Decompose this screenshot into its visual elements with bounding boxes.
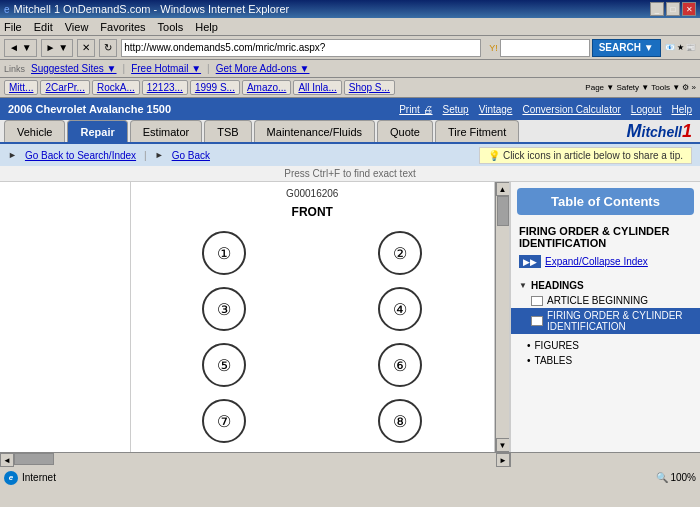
toc-figures-item[interactable]: • FIGURES: [511, 338, 700, 353]
help-link[interactable]: Help: [671, 104, 692, 115]
h-scroll-thumb[interactable]: [14, 453, 54, 465]
menu-bar: File Edit View Favorites Tools Help: [0, 18, 700, 36]
empty-cell: [0, 182, 130, 452]
cylinder-7: ⑦: [202, 399, 246, 443]
address-bar: ◄ ▼ ► ▼ ✕ ↻ Y! SEARCH ▼ 📧 ★ 📰: [0, 36, 700, 60]
find-text: Press Ctrl+F to find exact text: [284, 168, 415, 179]
menu-view[interactable]: View: [65, 21, 89, 33]
scroll-up-button[interactable]: ▲: [496, 182, 510, 196]
vehicle-name: 2006 Chevrolet Avalanche 1500: [8, 103, 171, 115]
tables-bullet: •: [527, 355, 531, 366]
toc-tables-item[interactable]: • TABLES: [511, 353, 700, 368]
bookmark-allinla[interactable]: All Inla...: [293, 80, 341, 95]
toc-h-spacer: [510, 453, 700, 467]
yahoo-label: Y!: [489, 43, 498, 53]
content-table: G00016206 FRONT ① ② ③ ④ ⑤ ⑥ ⑦ ⑧: [0, 182, 495, 452]
tab-tsb[interactable]: TSB: [204, 120, 251, 142]
tab-repair[interactable]: Repair: [67, 120, 127, 142]
ie-logo: e: [4, 4, 10, 15]
go-back-link[interactable]: Go Back: [172, 150, 210, 161]
article-beginning-icon: [531, 296, 543, 306]
forward-button[interactable]: ► ▼: [41, 39, 74, 57]
minimize-button[interactable]: _: [650, 2, 664, 16]
address-input[interactable]: [121, 39, 481, 57]
menu-favorites[interactable]: Favorites: [100, 21, 145, 33]
tab-maintenance[interactable]: Maintenance/Fluids: [254, 120, 375, 142]
bookmark-2car[interactable]: 2CarPr...: [40, 80, 89, 95]
tab-quote[interactable]: Quote: [377, 120, 433, 142]
links-label: Links: [4, 64, 25, 74]
sub-nav: ► Go Back to Search/Index | ► Go Back 💡 …: [0, 144, 700, 166]
find-bar: Press Ctrl+F to find exact text: [0, 166, 700, 182]
back-button[interactable]: ◄ ▼: [4, 39, 37, 57]
figures-label: FIGURES: [535, 340, 579, 351]
h-scroll-left-button[interactable]: ◄: [0, 453, 14, 467]
conversion-link[interactable]: Conversion Calculator: [522, 104, 620, 115]
horizontal-scrollbar-row: ◄ ►: [0, 452, 700, 466]
vintage-link[interactable]: Vintage: [479, 104, 513, 115]
hotmail-link[interactable]: Free Hotmail ▼: [131, 63, 201, 74]
menu-tools[interactable]: Tools: [158, 21, 184, 33]
ie-status-icon: e: [4, 471, 18, 485]
main-h-scroll: ◄ ►: [0, 453, 510, 466]
menu-file[interactable]: File: [4, 21, 22, 33]
search-button[interactable]: SEARCH ▼: [592, 39, 661, 57]
title-bar: e Mitchell 1 OnDemandS.com - Windows Int…: [0, 0, 700, 18]
toolbar-icons: 📧 ★ 📰: [665, 43, 696, 52]
menu-edit[interactable]: Edit: [34, 21, 53, 33]
setup-link[interactable]: Setup: [443, 104, 469, 115]
search-input[interactable]: [500, 39, 590, 57]
expand-icon[interactable]: ▶▶: [519, 255, 541, 268]
tab-tire[interactable]: Tire Fitment: [435, 120, 519, 142]
bookmark-1999[interactable]: 1999 S...: [190, 80, 240, 95]
tip-area: 💡 Click icons in article below to share …: [479, 147, 692, 164]
cylinder-3: ③: [202, 287, 246, 331]
tab-vehicle[interactable]: Vehicle: [4, 120, 65, 142]
refresh-button[interactable]: ↻: [99, 39, 117, 57]
menu-help[interactable]: Help: [195, 21, 218, 33]
addons-link[interactable]: Get More Add-ons ▼: [216, 63, 310, 74]
toc-item-article-beginning[interactable]: ARTICLE BEGINNING: [511, 293, 700, 308]
suggested-sites-link[interactable]: Suggested Sites ▼: [31, 63, 117, 74]
arrow-icon: ►: [8, 150, 17, 160]
front-label: FRONT: [135, 205, 491, 219]
logout-link[interactable]: Logout: [631, 104, 662, 115]
toc-header: Table of Contents: [517, 188, 694, 215]
toc-item-label-1: ARTICLE BEGINNING: [547, 295, 648, 306]
h-scroll-track: [14, 453, 496, 467]
bookmark-shops[interactable]: Shop S...: [344, 80, 395, 95]
cylinder-8: ⑧: [378, 399, 422, 443]
cylinder-4: ④: [378, 287, 422, 331]
vertical-scrollbar[interactable]: ▲ ▼: [495, 182, 509, 452]
back-to-search-link[interactable]: Go Back to Search/Index: [25, 150, 136, 161]
app-bar: 2006 Chevrolet Avalanche 1500 Print 🖨 Se…: [0, 98, 700, 120]
tip-text: Click icons in article below to share a …: [503, 150, 683, 161]
h-scroll-right-button[interactable]: ►: [496, 453, 510, 467]
bookmarks-bar: Mitt... 2CarPr... RockA... 12123... 1999…: [0, 78, 700, 98]
window-title: Mitchell 1 OnDemandS.com - Windows Inter…: [14, 3, 290, 15]
toc-panel: Table of Contents FIRING ORDER & CYLINDE…: [510, 182, 700, 452]
bookmark-mitt[interactable]: Mitt...: [4, 80, 38, 95]
toc-expand-row: ▶▶ Expand/Collapse Index: [511, 253, 700, 270]
cylinder-2: ②: [378, 231, 422, 275]
diagram-cell: G00016206 FRONT ① ② ③ ④ ⑤ ⑥ ⑦ ⑧: [130, 182, 495, 452]
cylinder-5: ⑤: [202, 343, 246, 387]
close-button[interactable]: ✕: [682, 2, 696, 16]
bookmark-12123[interactable]: 12123...: [142, 80, 188, 95]
diagram-area: G00016206 FRONT ① ② ③ ④ ⑤ ⑥ ⑦ ⑧: [0, 182, 510, 452]
bookmark-amazo[interactable]: Amazo...: [242, 80, 291, 95]
stop-button[interactable]: ✕: [77, 39, 95, 57]
firing-order-icon: [531, 316, 543, 326]
status-text: Internet: [22, 472, 56, 483]
sub-divider: |: [144, 150, 147, 161]
scroll-down-button[interactable]: ▼: [496, 438, 510, 452]
bookmark-rock[interactable]: RockA...: [92, 80, 140, 95]
triangle-icon: ▼: [519, 281, 527, 290]
tab-estimator[interactable]: Estimator: [130, 120, 202, 142]
expand-collapse-button[interactable]: Expand/Collapse Index: [545, 256, 648, 267]
cylinder-6: ⑥: [378, 343, 422, 387]
maximize-button[interactable]: □: [666, 2, 680, 16]
toc-item-firing-order[interactable]: FIRING ORDER & CYLINDER IDENTIFICATION: [511, 308, 700, 334]
print-link[interactable]: Print 🖨: [399, 104, 432, 115]
scroll-thumb[interactable]: [497, 196, 509, 226]
